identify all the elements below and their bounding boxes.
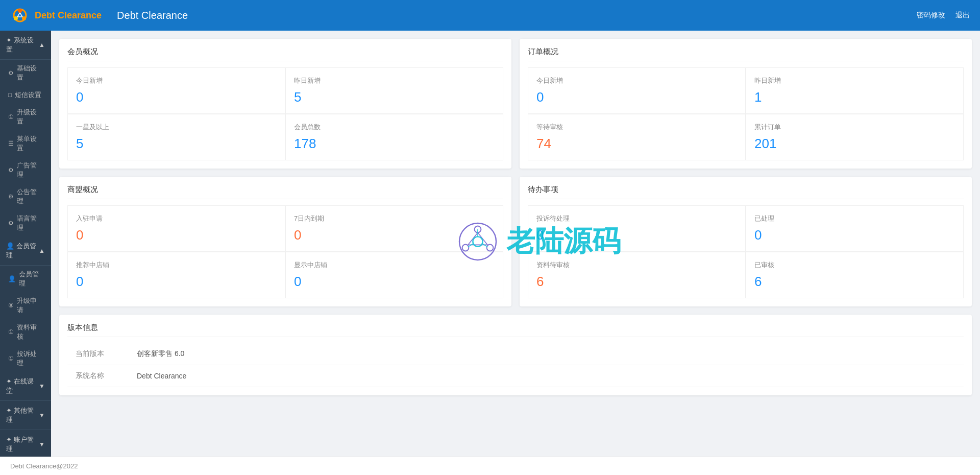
member-stat-yesterday-value: 5 — [294, 89, 495, 105]
merchant-stat-apply: 入驻申请 0 — [67, 205, 285, 252]
version-info-card: 版本信息 当前版本 创客新零售 6.0 系统名称 Debt Clearance — [59, 315, 972, 395]
pending-stat-reviewed-value: 6 — [754, 274, 955, 290]
order-stat-today: 今日新增 0 — [528, 67, 746, 114]
sidebar-section-other-label: ✦ 其他管理 — [6, 406, 39, 424]
pending-tasks-stats: 投诉待处理 0 已处理 0 资料待审核 6 已审核 6 — [528, 205, 964, 298]
sidebar-item-label: 菜单设置 — [17, 134, 43, 153]
member-stat-star-label: 一星及以上 — [76, 123, 277, 132]
sms-icon: □ — [8, 91, 12, 99]
sidebar-section-member-label: 👤 会员管理 — [6, 242, 39, 260]
pending-tasks-card: 待办事项 投诉待处理 0 已处理 0 资料待审核 6 已审核 — [520, 177, 972, 306]
order-overview-card: 订单概况 今日新增 0 昨日新增 1 等待审核 74 累计订 — [520, 39, 972, 169]
sidebar-item-sms-settings[interactable]: □ 短信设置 — [0, 86, 51, 104]
order-stat-today-label: 今日新增 — [536, 76, 737, 85]
member-stat-total: 会员总数 178 — [285, 114, 503, 160]
svg-point-15 — [14, 16, 18, 20]
order-stat-yesterday: 昨日新增 1 — [746, 67, 964, 114]
member-overview-stats: 今日新增 0 昨日新增 5 一星及以上 5 会员总数 178 — [67, 67, 503, 160]
sidebar-section-other-management[interactable]: ✦ 其他管理 ▼ — [0, 401, 51, 430]
member-stat-today: 今日新增 0 — [67, 67, 285, 114]
header-actions: 密码修改 退出 — [917, 11, 970, 20]
merchant-stat-featured-value: 0 — [76, 274, 277, 290]
pending-tasks-title: 待办事项 — [528, 185, 964, 199]
pending-stat-data-review: 资料待审核 6 — [528, 252, 746, 298]
pending-stat-complaint-label: 投诉待处理 — [536, 214, 737, 223]
member-stat-yesterday: 昨日新增 5 — [285, 67, 503, 114]
logout-button[interactable]: 退出 — [955, 11, 970, 20]
merchant-stat-apply-label: 入驻申请 — [76, 214, 277, 223]
member-stat-star-value: 5 — [76, 136, 277, 152]
version-row-current: 当前版本 创客新零售 6.0 — [67, 343, 964, 365]
sidebar-item-label: 投诉处理 — [17, 349, 43, 368]
upgrade-apply-icon: ⑧ — [8, 302, 14, 309]
logo: Debt Clearance — [10, 6, 102, 25]
top-row: 会员概况 今日新增 0 昨日新增 5 一星及以上 5 会员总 — [59, 39, 972, 169]
member-overview-card: 会员概况 今日新增 0 昨日新增 5 一星及以上 5 会员总 — [59, 39, 511, 169]
gear-icon: ⚙ — [8, 69, 14, 77]
version-table: 当前版本 创客新零售 6.0 系统名称 Debt Clearance — [67, 343, 964, 387]
merchant-stat-apply-value: 0 — [76, 227, 277, 243]
password-change-button[interactable]: 密码修改 — [917, 11, 945, 20]
member-stat-today-value: 0 — [76, 89, 277, 105]
sidebar-item-member-list[interactable]: 👤 会员管理 — [0, 266, 51, 292]
merchant-stat-showing: 显示中店铺 0 — [285, 252, 503, 298]
member-stat-today-label: 今日新增 — [76, 76, 277, 85]
pending-stat-data-review-value: 6 — [536, 274, 737, 290]
sidebar-item-label: 基础设置 — [17, 64, 43, 82]
sidebar-item-label: 资料审核 — [17, 323, 43, 341]
merchant-stat-showing-label: 显示中店铺 — [294, 260, 495, 270]
logo-text: Debt Clearance — [35, 10, 102, 21]
sidebar: ✦ 系统设置 ▲ ⚙ 基础设置 □ 短信设置 ① 升级设置 ☰ 菜单设置 ⚙ 广… — [0, 31, 51, 457]
order-overview-title: 订单概况 — [528, 47, 964, 61]
chevron-up-icon: ▲ — [39, 41, 45, 49]
sidebar-section-online-classroom[interactable]: ✦ 在线课堂 ▼ — [0, 372, 51, 401]
sidebar-section-account-management[interactable]: ✦ 账户管理 ▼ — [0, 430, 51, 457]
sidebar-section-member-management[interactable]: 👤 会员管理 ▲ — [0, 236, 51, 266]
announcement-icon: ⚙ — [8, 193, 14, 200]
sidebar-item-announcement[interactable]: ⚙ 公告管理 — [0, 183, 51, 210]
chevron-down-icon-3: ▼ — [39, 441, 45, 448]
pending-stat-data-review-label: 资料待审核 — [536, 260, 737, 270]
sidebar-item-label: 升级设置 — [17, 108, 43, 126]
sidebar-item-label: 广告管理 — [17, 161, 43, 179]
order-stat-pending: 等待审核 74 — [528, 114, 746, 160]
order-stat-total-value: 201 — [754, 136, 955, 152]
sidebar-item-language[interactable]: ⚙ 语言管理 — [0, 210, 51, 236]
pending-stat-complaint: 投诉待处理 0 — [528, 205, 746, 252]
sidebar-item-upgrade-apply[interactable]: ⑧ 升级申请 — [0, 292, 51, 319]
sidebar-item-label: 公告管理 — [17, 187, 43, 206]
order-stat-yesterday-label: 昨日新增 — [754, 76, 955, 85]
order-stat-pending-value: 74 — [536, 136, 737, 152]
footer-text: Debt Clearance@2022 — [10, 462, 78, 470]
header: Debt Clearance Debt Clearance 密码修改 退出 — [0, 0, 980, 31]
svg-point-13 — [18, 9, 22, 13]
sidebar-item-data-review[interactable]: ① 资料审核 — [0, 319, 51, 345]
merchant-stat-showing-value: 0 — [294, 274, 495, 290]
svg-point-14 — [22, 16, 26, 20]
sidebar-item-upgrade-settings[interactable]: ① 升级设置 — [0, 104, 51, 130]
ad-icon: ⚙ — [8, 167, 14, 174]
version-label-current: 当前版本 — [67, 343, 129, 365]
member-overview-title: 会员概况 — [67, 47, 503, 61]
logo-icon — [10, 6, 30, 25]
sidebar-item-ad-management[interactable]: ⚙ 广告管理 — [0, 157, 51, 183]
order-stat-yesterday-value: 1 — [754, 89, 955, 105]
merchant-stat-expiring: 7日内到期 0 — [285, 205, 503, 252]
merchant-stat-featured-label: 推荐中店铺 — [76, 260, 277, 270]
sidebar-item-basic-settings[interactable]: ⚙ 基础设置 — [0, 60, 51, 86]
member-stat-total-label: 会员总数 — [294, 123, 495, 132]
merchant-overview-stats: 入驻申请 0 7日内到期 0 推荐中店铺 0 显示中店铺 0 — [67, 205, 503, 298]
review-icon: ① — [8, 328, 14, 336]
sidebar-section-classroom-label: ✦ 在线课堂 — [6, 377, 39, 395]
merchant-overview-card: 商盟概况 入驻申请 0 7日内到期 0 推荐中店铺 0 显示 — [59, 177, 511, 306]
sidebar-section-system-settings[interactable]: ✦ 系统设置 ▲ — [0, 31, 51, 60]
sidebar-item-complaint[interactable]: ① 投诉处理 — [0, 345, 51, 372]
order-stat-today-value: 0 — [536, 89, 737, 105]
sidebar-section-system-label: ✦ 系统设置 — [6, 36, 39, 54]
version-row-system-name: 系统名称 Debt Clearance — [67, 365, 964, 387]
sidebar-item-menu-settings[interactable]: ☰ 菜单设置 — [0, 130, 51, 157]
main-content: 会员概况 今日新增 0 昨日新增 5 一星及以上 5 会员总 — [51, 31, 980, 457]
layout: ✦ 系统设置 ▲ ⚙ 基础设置 □ 短信设置 ① 升级设置 ☰ 菜单设置 ⚙ 广… — [0, 31, 980, 457]
footer: Debt Clearance@2022 — [0, 457, 980, 475]
merchant-stat-expiring-value: 0 — [294, 227, 495, 243]
